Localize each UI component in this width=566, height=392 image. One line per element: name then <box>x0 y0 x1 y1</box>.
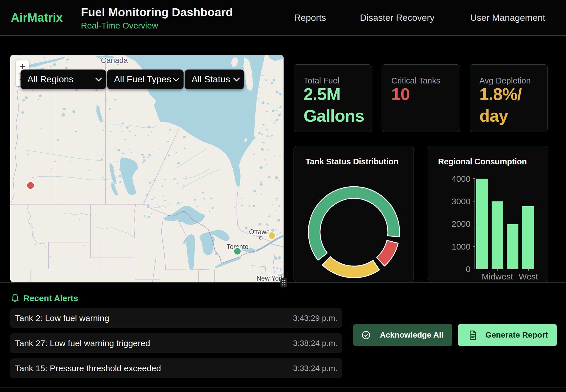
svg-text:New York: New York <box>256 275 284 282</box>
svg-text:West: West <box>519 272 538 281</box>
svg-text:Canada: Canada <box>101 56 128 65</box>
svg-text:3000: 3000 <box>451 197 471 206</box>
svg-text:0: 0 <box>466 264 471 274</box>
svg-text:Ottawa: Ottawa <box>249 228 270 236</box>
svg-text:1000: 1000 <box>451 242 471 251</box>
svg-text:Midwest: Midwest <box>482 272 513 281</box>
svg-text:4000: 4000 <box>451 174 471 183</box>
svg-text:2000: 2000 <box>451 219 471 228</box>
